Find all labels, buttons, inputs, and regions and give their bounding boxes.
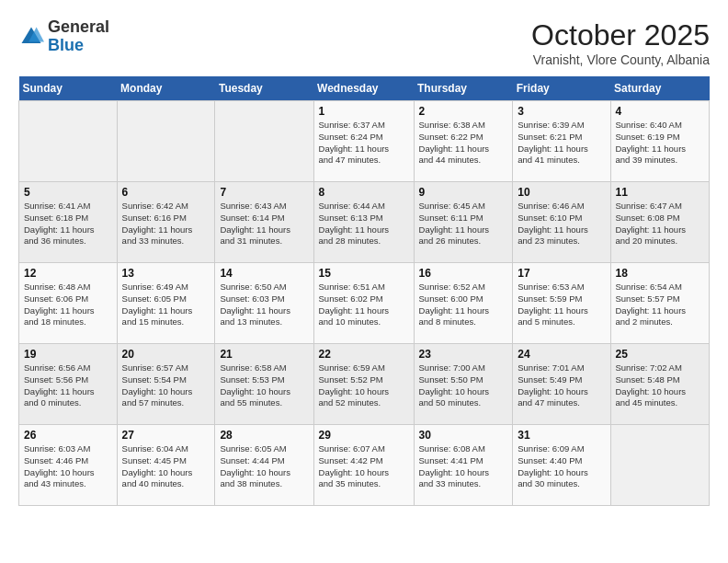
calendar-cell: 1Sunrise: 6:37 AM Sunset: 6:24 PM Daylig… xyxy=(313,101,414,182)
calendar-cell: 23Sunrise: 7:00 AM Sunset: 5:50 PM Dayli… xyxy=(414,344,513,425)
calendar-cell: 6Sunrise: 6:42 AM Sunset: 6:16 PM Daylig… xyxy=(117,182,215,263)
calendar-cell: 19Sunrise: 6:56 AM Sunset: 5:56 PM Dayli… xyxy=(19,344,118,425)
day-info: Sunrise: 6:37 AM Sunset: 6:24 PM Dayligh… xyxy=(319,120,409,167)
calendar-cell: 25Sunrise: 7:02 AM Sunset: 5:48 PM Dayli… xyxy=(610,344,710,425)
day-number: 29 xyxy=(319,429,409,442)
day-info: Sunrise: 6:46 AM Sunset: 6:10 PM Dayligh… xyxy=(518,201,605,247)
day-number: 15 xyxy=(319,267,409,280)
logo-icon xyxy=(18,24,44,50)
day-info: Sunrise: 6:09 AM Sunset: 4:40 PM Dayligh… xyxy=(518,443,605,490)
day-number: 21 xyxy=(220,348,308,361)
logo-general: General xyxy=(48,18,109,37)
day-number: 14 xyxy=(220,267,308,280)
day-number: 18 xyxy=(616,267,705,280)
calendar-cell: 26Sunrise: 6:03 AM Sunset: 4:46 PM Dayli… xyxy=(19,425,118,506)
day-number: 30 xyxy=(419,429,508,442)
calendar-cell: 9Sunrise: 6:45 AM Sunset: 6:11 PM Daylig… xyxy=(414,182,513,263)
day-number: 16 xyxy=(419,267,508,280)
day-number: 5 xyxy=(24,186,112,199)
day-info: Sunrise: 6:41 AM Sunset: 6:18 PM Dayligh… xyxy=(24,201,112,247)
calendar-cell: 8Sunrise: 6:44 AM Sunset: 6:13 PM Daylig… xyxy=(313,182,414,263)
day-info: Sunrise: 6:39 AM Sunset: 6:21 PM Dayligh… xyxy=(518,120,605,167)
day-number: 13 xyxy=(122,267,210,280)
calendar-week-row: 12Sunrise: 6:48 AM Sunset: 6:06 PM Dayli… xyxy=(19,263,710,344)
day-number: 19 xyxy=(24,348,112,361)
day-number: 4 xyxy=(616,105,705,118)
calendar-cell xyxy=(19,101,118,182)
day-number: 2 xyxy=(419,105,508,118)
calendar-cell xyxy=(117,101,215,182)
day-info: Sunrise: 7:01 AM Sunset: 5:49 PM Dayligh… xyxy=(518,362,605,409)
calendar-cell: 20Sunrise: 6:57 AM Sunset: 5:54 PM Dayli… xyxy=(117,344,215,425)
calendar-header-row: SundayMondayTuesdayWednesdayThursdayFrid… xyxy=(19,76,710,101)
calendar-cell: 15Sunrise: 6:51 AM Sunset: 6:02 PM Dayli… xyxy=(313,263,414,344)
calendar-week-row: 5Sunrise: 6:41 AM Sunset: 6:18 PM Daylig… xyxy=(19,182,710,263)
day-info: Sunrise: 6:49 AM Sunset: 6:05 PM Dayligh… xyxy=(122,282,210,328)
calendar-cell xyxy=(215,101,313,182)
day-number: 20 xyxy=(122,348,210,361)
calendar-cell: 5Sunrise: 6:41 AM Sunset: 6:18 PM Daylig… xyxy=(19,182,118,263)
day-info: Sunrise: 6:40 AM Sunset: 6:19 PM Dayligh… xyxy=(616,120,705,167)
day-number: 3 xyxy=(518,105,605,118)
day-number: 17 xyxy=(518,267,605,280)
calendar-week-row: 19Sunrise: 6:56 AM Sunset: 5:56 PM Dayli… xyxy=(19,344,710,425)
day-number: 8 xyxy=(319,186,409,199)
day-number: 11 xyxy=(616,186,705,199)
day-number: 12 xyxy=(24,267,112,280)
day-number: 28 xyxy=(220,429,308,442)
day-info: Sunrise: 6:43 AM Sunset: 6:14 PM Dayligh… xyxy=(220,201,308,247)
day-number: 31 xyxy=(518,429,605,442)
calendar-cell: 13Sunrise: 6:49 AM Sunset: 6:05 PM Dayli… xyxy=(117,263,215,344)
page-header: General Blue October 2025 Vranisht, Vlor… xyxy=(18,18,710,67)
day-number: 6 xyxy=(122,186,210,199)
calendar-cell: 30Sunrise: 6:08 AM Sunset: 4:41 PM Dayli… xyxy=(414,425,513,506)
day-info: Sunrise: 6:56 AM Sunset: 5:56 PM Dayligh… xyxy=(24,362,112,409)
calendar-cell: 10Sunrise: 6:46 AM Sunset: 6:10 PM Dayli… xyxy=(513,182,610,263)
day-number: 24 xyxy=(518,348,605,361)
day-header-friday: Friday xyxy=(513,76,610,101)
day-info: Sunrise: 6:42 AM Sunset: 6:16 PM Dayligh… xyxy=(122,201,210,247)
day-header-monday: Monday xyxy=(117,76,215,101)
calendar-cell: 31Sunrise: 6:09 AM Sunset: 4:40 PM Dayli… xyxy=(513,425,610,506)
calendar-cell xyxy=(610,425,710,506)
day-info: Sunrise: 6:59 AM Sunset: 5:52 PM Dayligh… xyxy=(319,362,409,409)
calendar-table: SundayMondayTuesdayWednesdayThursdayFrid… xyxy=(18,76,710,506)
logo-text: General Blue xyxy=(48,18,109,55)
day-info: Sunrise: 6:58 AM Sunset: 5:53 PM Dayligh… xyxy=(220,362,308,409)
calendar-cell: 18Sunrise: 6:54 AM Sunset: 5:57 PM Dayli… xyxy=(610,263,710,344)
day-info: Sunrise: 6:52 AM Sunset: 6:00 PM Dayligh… xyxy=(419,282,508,328)
calendar-cell: 22Sunrise: 6:59 AM Sunset: 5:52 PM Dayli… xyxy=(313,344,414,425)
day-info: Sunrise: 6:04 AM Sunset: 4:45 PM Dayligh… xyxy=(122,443,210,490)
day-header-tuesday: Tuesday xyxy=(215,76,313,101)
day-header-sunday: Sunday xyxy=(19,76,118,101)
day-number: 22 xyxy=(319,348,409,361)
calendar-cell: 12Sunrise: 6:48 AM Sunset: 6:06 PM Dayli… xyxy=(19,263,118,344)
calendar-cell: 16Sunrise: 6:52 AM Sunset: 6:00 PM Dayli… xyxy=(414,263,513,344)
day-info: Sunrise: 6:54 AM Sunset: 5:57 PM Dayligh… xyxy=(616,282,705,328)
calendar-cell: 7Sunrise: 6:43 AM Sunset: 6:14 PM Daylig… xyxy=(215,182,313,263)
title-block: October 2025 Vranisht, Vlore County, Alb… xyxy=(531,18,710,67)
day-info: Sunrise: 7:02 AM Sunset: 5:48 PM Dayligh… xyxy=(616,362,705,409)
calendar-cell: 28Sunrise: 6:05 AM Sunset: 4:44 PM Dayli… xyxy=(215,425,313,506)
calendar-cell: 21Sunrise: 6:58 AM Sunset: 5:53 PM Dayli… xyxy=(215,344,313,425)
day-number: 10 xyxy=(518,186,605,199)
day-info: Sunrise: 6:50 AM Sunset: 6:03 PM Dayligh… xyxy=(220,282,308,328)
calendar-cell: 27Sunrise: 6:04 AM Sunset: 4:45 PM Dayli… xyxy=(117,425,215,506)
day-info: Sunrise: 6:08 AM Sunset: 4:41 PM Dayligh… xyxy=(419,443,508,490)
day-info: Sunrise: 6:03 AM Sunset: 4:46 PM Dayligh… xyxy=(24,443,112,490)
calendar-cell: 29Sunrise: 6:07 AM Sunset: 4:42 PM Dayli… xyxy=(313,425,414,506)
calendar-cell: 3Sunrise: 6:39 AM Sunset: 6:21 PM Daylig… xyxy=(513,101,610,182)
logo: General Blue xyxy=(18,18,109,55)
calendar-cell: 24Sunrise: 7:01 AM Sunset: 5:49 PM Dayli… xyxy=(513,344,610,425)
calendar-cell: 2Sunrise: 6:38 AM Sunset: 6:22 PM Daylig… xyxy=(414,101,513,182)
day-info: Sunrise: 6:05 AM Sunset: 4:44 PM Dayligh… xyxy=(220,443,308,490)
calendar-cell: 14Sunrise: 6:50 AM Sunset: 6:03 PM Dayli… xyxy=(215,263,313,344)
day-header-saturday: Saturday xyxy=(610,76,710,101)
location-subtitle: Vranisht, Vlore County, Albania xyxy=(531,52,710,67)
day-info: Sunrise: 6:44 AM Sunset: 6:13 PM Dayligh… xyxy=(319,201,409,247)
logo-blue: Blue xyxy=(48,37,109,55)
day-number: 27 xyxy=(122,429,210,442)
calendar-cell: 11Sunrise: 6:47 AM Sunset: 6:08 PM Dayli… xyxy=(610,182,710,263)
day-info: Sunrise: 6:07 AM Sunset: 4:42 PM Dayligh… xyxy=(319,443,409,490)
day-info: Sunrise: 6:38 AM Sunset: 6:22 PM Dayligh… xyxy=(419,120,508,167)
